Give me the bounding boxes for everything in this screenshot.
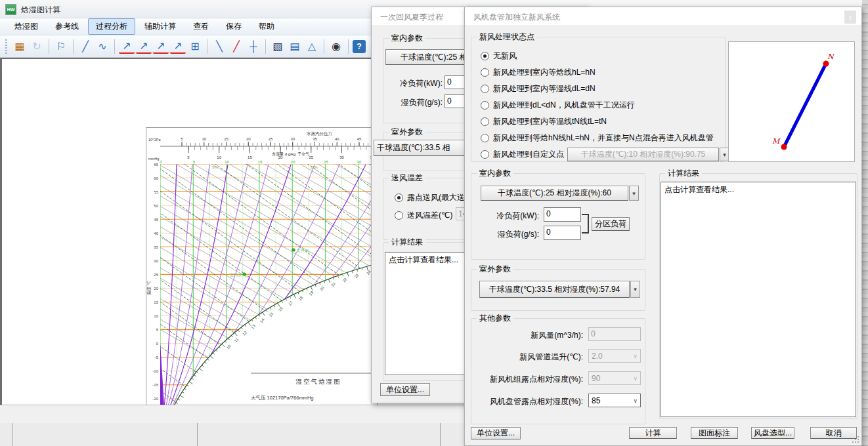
menu-item-1[interactable]: 参考线 — [47, 18, 87, 35]
background-scrollbar-strip[interactable] — [862, 0, 868, 446]
d2-unit-settings-button[interactable]: 单位设置... — [471, 427, 521, 439]
chevron-down-icon: ∨ — [633, 375, 638, 382]
psychrometric-chart-paper[interactable]: 101112131415161718192021222324水蒸汽分压力10^2… — [146, 127, 378, 446]
wetbulb-tick: 12 — [242, 330, 248, 336]
d2-cancel-button[interactable]: 取消 — [810, 427, 857, 439]
d1-dewpoint-supply-radio[interactable]: 露点送风(最大送风 — [395, 192, 473, 203]
d1-supply-delta-radio[interactable]: 送风温差(℃) — [395, 209, 452, 221]
radio-circle[interactable] — [481, 117, 489, 126]
process-cooling-icon[interactable]: ↗ — [136, 39, 152, 54]
snapshot-icon[interactable]: ◉ — [328, 39, 344, 54]
d2-fresh-air-option-6[interactable]: 新风处理到自定义点 — [481, 148, 564, 160]
temp-tick: 30 — [154, 259, 158, 263]
temp-tick: 15 — [154, 300, 158, 304]
chart-grid-icon[interactable]: ▦ — [12, 39, 28, 54]
temp-tick: 0 — [156, 342, 159, 346]
d2-fresh-air-option-0[interactable]: 无新风 — [481, 50, 517, 62]
radio-circle[interactable] — [481, 134, 489, 142]
axes-icon[interactable]: ┼ — [246, 39, 261, 54]
d2-fresh-air-option-2[interactable]: 新风处理到室内等湿线dL=dN — [481, 83, 596, 94]
d2-fresh-air-option-3[interactable]: 新风处理到dL<dN，风机盘管干工况运行 — [481, 99, 635, 111]
d2-cooling-load-label: 冷负荷(kW): — [478, 211, 539, 222]
calc-icon[interactable]: ▤ — [287, 39, 303, 54]
wetbulb-tick: 21 — [330, 281, 336, 287]
d2-outdoor-group-label: 室外参数 — [477, 264, 513, 275]
radio-circle[interactable] — [481, 101, 489, 110]
dialog2-title: 风机盘管加独立新风系统 — [473, 12, 560, 23]
temp-tick: 10 — [154, 314, 158, 318]
d2-outdoor-group: 室外参数 干球温度(℃):33.5 相对湿度(%):57.94 ▾ — [471, 269, 645, 311]
d2-outdoor-state-combo[interactable]: 干球温度(℃):33.5 相对湿度(%):57.94 — [479, 281, 630, 298]
d1-supply-group-label: 送风温差 — [389, 172, 425, 184]
mix-box-icon[interactable]: ⊞ — [187, 39, 203, 54]
divider — [440, 423, 441, 446]
process-dehumidify-icon[interactable]: ↗ — [170, 39, 186, 54]
temp-tick: 50 — [154, 204, 158, 208]
help-icon[interactable]: ? — [353, 40, 366, 53]
point-n-label: N — [827, 52, 835, 61]
red-line-icon[interactable]: ╱ — [228, 39, 244, 54]
d1-moisture-load-label: 湿负荷(g/s): — [393, 97, 443, 108]
close-icon[interactable]: x — [844, 10, 856, 24]
process-humidify-icon[interactable]: ↗ — [153, 39, 169, 54]
indoor-point — [242, 272, 246, 275]
radio-circle[interactable] — [481, 150, 489, 159]
d2-calculate-button[interactable]: 计算 — [629, 427, 677, 439]
d2-indoor-state-combo[interactable]: 干球温度(℃):25 相对湿度(%):60 — [481, 186, 628, 201]
moisture-tick: 0 — [160, 160, 162, 164]
d2-custom-point-combo: 干球温度(℃):10 相对湿度(%):90.75 — [567, 148, 719, 161]
cube-icon[interactable]: ▧ — [270, 39, 286, 54]
moisture-tick: 20 — [291, 160, 295, 164]
triangle-icon[interactable]: △ — [304, 39, 320, 54]
connect-line-icon[interactable]: ╲ — [211, 39, 227, 54]
toolbar-separator — [49, 39, 49, 54]
wetbulb-tick: 15 — [269, 312, 274, 317]
menu-item-3[interactable]: 辅助计算 — [137, 18, 184, 35]
d2-fresh-air-option-4[interactable]: 新风处理到室内等温线tN线tL=tN — [481, 115, 607, 127]
radio-circle[interactable] — [481, 52, 489, 60]
dialog2-titlebar[interactable]: 风机盘管加独立新风系统 x — [465, 7, 861, 25]
wetbulb-tick: 11 — [234, 337, 240, 343]
d2-cooling-load-input[interactable]: 0 — [544, 207, 581, 222]
menu-item-4[interactable]: 查看 — [185, 18, 217, 35]
radio-circle[interactable] — [395, 211, 403, 220]
d2-coil-dewpoint-rh-select[interactable]: 85∨ — [588, 394, 641, 407]
chevron-down-icon[interactable]: ▾ — [630, 281, 640, 298]
refresh-icon[interactable]: ↻ — [29, 39, 45, 54]
point-m-label: M — [772, 137, 781, 146]
d1-unit-settings-button[interactable]: 单位设置... — [380, 383, 430, 396]
d2-zone-load-button[interactable]: 分区负荷 — [592, 217, 630, 231]
option-label: 新风处理到dL<dN，风机盘管干工况运行 — [493, 100, 635, 111]
d2-fresh-air-option-1[interactable]: 新风处理到室内等焓线hL=hN — [481, 66, 596, 78]
rh-label: 15% — [311, 165, 318, 169]
radio-circle[interactable] — [481, 68, 489, 77]
process-heating-icon[interactable]: ↗ — [119, 39, 135, 54]
point-flag-icon[interactable]: ⚐ — [53, 39, 69, 54]
resize-grip[interactable] — [852, 436, 859, 443]
temp-axis-label: 温度 ℃ — [146, 281, 152, 295]
option-label: 新风处理到室内等焓线hL=hN — [493, 67, 596, 78]
toolbar-grip — [5, 39, 7, 54]
rh-curve-icon[interactable]: ∿ — [95, 39, 110, 54]
chevron-down-icon[interactable]: ▾ — [629, 186, 639, 201]
d2-result-box[interactable]: 点击计算查看结果... — [661, 182, 856, 417]
d2-moisture-load-input[interactable]: 0 — [544, 226, 581, 240]
pa-tick: 45 — [357, 137, 362, 141]
radio-circle[interactable] — [395, 193, 403, 202]
menu-item-5[interactable]: 保存 — [218, 18, 250, 35]
mmhg-tick: 25 — [309, 155, 313, 159]
moisture-tick: 10 — [225, 160, 229, 164]
pa-tick: 15 — [224, 137, 228, 141]
pa-unit-label: 10^2Pa — [148, 138, 161, 142]
radio-circle[interactable] — [481, 85, 489, 93]
moisture-tick: 15 — [258, 160, 263, 164]
line-tool-icon[interactable]: ╱ — [77, 39, 93, 54]
menu-item-2[interactable]: 过程分析 — [88, 18, 135, 35]
d2-annotate-button[interactable]: 图面标注 — [691, 427, 738, 439]
d2-fresh-air-option-5[interactable]: 新风处理到等焓hN线hL=hN，并直接与N点混合再进入风机盘管 — [481, 132, 714, 144]
menu-item-0[interactable]: 焓湿图 — [7, 18, 46, 35]
menu-item-6[interactable]: 帮助 — [251, 18, 282, 35]
select-value: 2.0 — [592, 352, 603, 361]
d2-coil-selection-button[interactable]: 风盘选型... — [751, 427, 794, 439]
divider — [197, 423, 198, 446]
